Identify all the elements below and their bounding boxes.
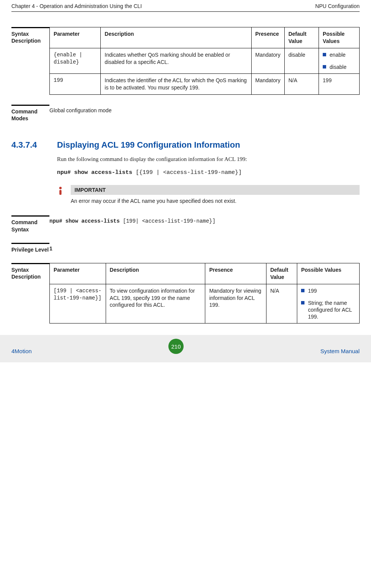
col-possible: Possible Values (297, 263, 360, 284)
cmd-rest: [{199 | <access-list-199-name}] (132, 169, 242, 176)
section-label: Syntax Description (11, 263, 49, 324)
subsection-body: Run the following command to display the… (57, 155, 360, 163)
svg-rect-1 (59, 190, 62, 195)
cmd-rest: [199| <access-list-199-name}] (120, 218, 216, 224)
info-icon (57, 186, 64, 196)
cell-default: N/A (284, 74, 319, 95)
cell-values: 199 (319, 74, 360, 95)
cell-desc: Indicates whether QoS marking should be … (101, 48, 251, 73)
subsection-number: 4.3.7.4 (11, 140, 57, 150)
section-label: Command Modes (11, 105, 49, 122)
cell-values: enable disable (319, 48, 360, 73)
command-syntax: Command Syntax npu# show access-lists [1… (11, 215, 360, 233)
cell-presence: Mandatory (251, 48, 284, 73)
cell-presence: Mandatory for viewing information for AC… (205, 284, 266, 323)
col-presence: Presence (251, 27, 284, 48)
important-note: IMPORTANT An error may occur if the ACL … (57, 185, 360, 206)
command-modes-text: Global configuration mode (49, 105, 360, 122)
cmd-bold: npu# show access-lists (49, 218, 120, 224)
header-right: NPU Configuration (315, 3, 360, 9)
footer-right: System Manual (320, 348, 360, 354)
header-left: Chapter 4 - Operation and Administration… (11, 3, 142, 9)
subsection-heading: 4.3.7.4 Displaying ACL 199 Configuration… (11, 132, 360, 155)
syntax-table-1: Parameter Description Presence Default V… (49, 27, 360, 95)
syntax-description-2: Syntax Description Parameter Description… (11, 263, 360, 324)
cell-presence: Mandatory (251, 74, 284, 95)
footer-left: 4Motion (11, 348, 32, 354)
col-presence: Presence (205, 263, 266, 284)
svg-point-0 (59, 187, 62, 189)
section-label: Privilege Level (11, 243, 49, 253)
cell-default: disable (284, 48, 319, 73)
subsection-title: Displaying ACL 199 Configuration Informa… (57, 140, 240, 150)
section-label: Syntax Description (11, 27, 49, 95)
cell-desc: Indicates the identifier of the ACL for … (101, 74, 251, 95)
cell-values: 199 String; the name configured for ACL … (297, 284, 360, 323)
cell-param: 199 (50, 74, 101, 95)
value-item: 199 (301, 287, 355, 294)
privilege-level: Privilege Level 1 (11, 243, 360, 253)
page-header: Chapter 4 - Operation and Administration… (11, 0, 360, 12)
cell-param: [199 | <access-list-199-name}] (50, 284, 106, 323)
important-text: An error may occur if the ACL name you h… (71, 195, 360, 206)
cell-param: {enable | disable} (50, 48, 101, 73)
col-default: Default Value (284, 27, 319, 48)
col-description: Description (106, 263, 205, 284)
value-item: disable (323, 64, 355, 70)
cmd-bold: npu# show access-lists (57, 169, 132, 176)
syntax-table-2: Parameter Description Presence Default V… (49, 263, 360, 324)
command-syntax-text: npu# show access-lists [199| <access-lis… (49, 215, 360, 233)
important-icon (57, 185, 71, 206)
command-example: npu# show access-lists [{199 | <access-l… (57, 169, 360, 176)
col-possible: Possible Values (319, 27, 360, 48)
table-header-row: Parameter Description Presence Default V… (50, 27, 360, 48)
cell-desc: To view configuration information for AC… (106, 284, 205, 323)
page-number: 210 (168, 339, 184, 354)
value-item: enable (323, 51, 355, 58)
privilege-value: 1 (49, 243, 360, 253)
syntax-description-1: Syntax Description Parameter Description… (11, 27, 360, 95)
table-row: [199 | <access-list-199-name}] To view c… (50, 284, 360, 323)
important-title: IMPORTANT (71, 185, 360, 195)
value-item: String; the name configured for ACL 199. (301, 300, 355, 320)
table-row: 199 Indicates the identifier of the ACL … (50, 74, 360, 95)
table-header-row: Parameter Description Presence Default V… (50, 263, 360, 284)
col-parameter: Parameter (50, 263, 106, 284)
table-row: {enable | disable} Indicates whether QoS… (50, 48, 360, 73)
col-parameter: Parameter (50, 27, 101, 48)
page-footer: 4Motion 210 System Manual (11, 335, 360, 362)
command-modes: Command Modes Global configuration mode (11, 105, 360, 122)
col-default: Default Value (266, 263, 297, 284)
cell-default: N/A (266, 284, 297, 323)
section-label: Command Syntax (11, 215, 49, 233)
col-description: Description (101, 27, 251, 48)
